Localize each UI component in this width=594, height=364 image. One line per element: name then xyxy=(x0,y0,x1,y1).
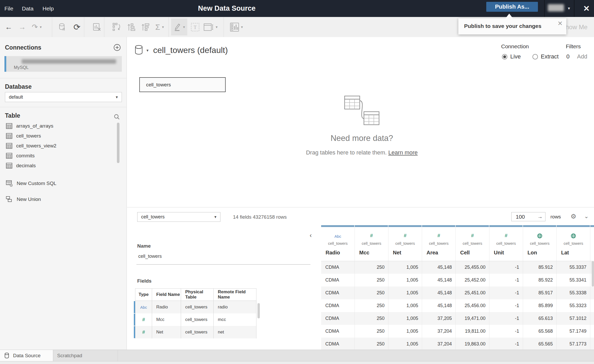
grid-column-header[interactable]: #cell_towersNet xyxy=(388,225,422,261)
learn-more-link[interactable]: Learn more xyxy=(388,149,418,156)
grid-column-header[interactable]: cell_towersLon xyxy=(523,225,557,261)
canvas-table-node[interactable]: cell_towers xyxy=(139,77,226,92)
tab-scratchpad-label: Scratchpad xyxy=(57,353,82,359)
grid-data-row[interactable]: CDMA2501,00545,14825,456.00-185.89955.33… xyxy=(321,299,594,312)
tableau-data-source-window: File Data Help New Data Source Publish A… xyxy=(0,0,594,364)
grid-vertical-scrollbar[interactable] xyxy=(592,261,594,287)
grid-cell-partial xyxy=(590,287,594,299)
svg-text:T: T xyxy=(194,25,197,30)
live-radio[interactable]: Live xyxy=(502,53,521,60)
database-select-value: default xyxy=(9,94,23,100)
grid-cell: 37,204 xyxy=(422,338,456,350)
fields-table-scrollbar[interactable] xyxy=(257,303,260,318)
grid-column-header[interactable]: #cell_towersUnit xyxy=(489,225,523,261)
grid-column-header[interactable]: #cell_towersMcc xyxy=(355,225,388,261)
menu-data[interactable]: Data xyxy=(22,0,33,17)
fields-panel: ‹ Name cell_towers Fields TypeField Name… xyxy=(127,225,321,350)
window-close-button[interactable]: ✕ xyxy=(581,3,592,14)
datasource-db-icon[interactable] xyxy=(134,45,144,56)
grid-data-row[interactable]: CDMA2501,00537,20419,863.00-165.56557.17… xyxy=(321,338,594,350)
filters-add-button[interactable]: Add xyxy=(577,53,587,60)
group-button[interactable] xyxy=(110,17,124,37)
data-source-refresh-icon[interactable] xyxy=(56,17,68,37)
remote-field-cell: radio xyxy=(214,301,256,313)
show-me-button[interactable]: ▼ xyxy=(227,17,246,37)
sidebar-table-item[interactable]: arrays_of_arrays xyxy=(0,121,115,131)
grid-data-row[interactable]: CDMA2501,00545,14825,452.00-185.92255.33… xyxy=(321,274,594,287)
grid-column-header[interactable]: cell_towersLat xyxy=(557,225,590,261)
highlight-button[interactable]: ▼ xyxy=(172,17,187,37)
connection-item[interactable]: MySQL xyxy=(4,56,122,72)
sort-descending-button[interactable] xyxy=(138,17,152,37)
name-value-input[interactable]: cell_towers xyxy=(138,254,162,259)
sidebar-table-item[interactable]: cell_towers_view2 xyxy=(0,141,115,151)
user-avatar[interactable] xyxy=(548,4,564,11)
fields-label: Fields xyxy=(137,278,152,284)
table-item-label: cell_towers xyxy=(16,133,41,139)
grid-column-header[interactable]: Abccell_towersRadio xyxy=(321,225,355,261)
physical-table-cell: cell_towers xyxy=(181,313,214,326)
row-count-input[interactable]: 100 → xyxy=(511,212,545,221)
grid-cell: 1,005 xyxy=(388,261,422,274)
radio-selected-icon xyxy=(502,54,507,59)
connection-section-label: Connection xyxy=(501,43,529,50)
fields-table-row[interactable]: #Mcccell_towersmcc xyxy=(135,313,256,326)
collapse-panel-button[interactable]: ‹ xyxy=(310,232,312,239)
undo-button[interactable]: ← xyxy=(3,17,15,37)
fields-table-row[interactable]: AbcRadiocell_towersradio xyxy=(135,301,256,313)
new-union-button[interactable]: New Union xyxy=(0,194,115,204)
user-menu-caret-icon[interactable]: ▼ xyxy=(567,6,571,10)
field-type-cell: Abc xyxy=(135,301,152,313)
gear-icon[interactable]: ⚙ xyxy=(571,213,576,220)
grid-data-row[interactable]: CDMA2501,00545,14825,455.00-185.91255.33… xyxy=(321,261,594,274)
redo-button[interactable]: → xyxy=(16,17,28,37)
grid-data-row[interactable]: CDMA2501,00537,20519,471.00-165.61357.10… xyxy=(321,312,594,325)
grid-table-select[interactable]: cell_towers ▼ xyxy=(137,212,220,222)
sidebar: Connections MySQL Database default ▼ Tab… xyxy=(0,37,127,350)
tooltip-close-icon[interactable]: ✕ xyxy=(557,20,563,27)
table-list-scrollbar[interactable] xyxy=(117,123,119,163)
empty-state-title: Need more data? xyxy=(294,134,430,143)
menu-help[interactable]: Help xyxy=(43,0,54,17)
datasource-caret-icon[interactable]: ▼ xyxy=(146,49,149,52)
refresh-button[interactable]: ⟳ xyxy=(70,17,83,37)
tab-scratchpad[interactable]: Scratchpad xyxy=(53,350,118,361)
new-custom-sql-button[interactable]: New Custom SQL xyxy=(0,178,115,188)
table-item-label: cell_towers_view2 xyxy=(16,143,56,149)
bottom-strip xyxy=(0,361,594,364)
tab-data-source[interactable]: Data Source xyxy=(0,350,53,361)
search-icon[interactable] xyxy=(113,114,120,121)
fit-layout-button[interactable]: ▼ xyxy=(202,17,219,37)
database-select[interactable]: default ▼ xyxy=(5,92,122,102)
grid-data-row[interactable]: CDMA2501,00537,20419,811.00-165.56857.17… xyxy=(321,325,594,338)
grid-column-header[interactable]: #cell_towersArea xyxy=(422,225,456,261)
fields-column-header: Type xyxy=(135,288,152,301)
column-name: Lon xyxy=(527,250,556,256)
grid-column-header[interactable]: #cell_towersCell xyxy=(456,225,489,261)
replay-button[interactable]: ↷▼ xyxy=(29,17,45,37)
apply-rows-icon[interactable]: → xyxy=(537,214,543,220)
name-input-underline xyxy=(136,264,310,265)
table-icon xyxy=(6,133,12,139)
clear-chart-button[interactable] xyxy=(90,17,104,37)
column-header-bar xyxy=(489,225,523,227)
add-connection-button[interactable] xyxy=(113,44,121,52)
fields-table-row[interactable]: #Netcell_towersnet xyxy=(135,326,256,338)
grid-cell: 55.3341 xyxy=(557,274,590,287)
column-name: Lat xyxy=(561,250,590,256)
menu-file[interactable]: File xyxy=(4,0,13,17)
sort-ascending-button[interactable] xyxy=(124,17,138,37)
grid-cell: 45,148 xyxy=(422,274,456,287)
extract-radio[interactable]: Extract xyxy=(532,53,559,60)
sidebar-table-item[interactable]: cell_towers xyxy=(0,131,115,141)
chevron-down-icon[interactable]: ⌄ xyxy=(584,213,589,219)
totals-button[interactable]: Σ▼ xyxy=(152,17,168,37)
column-header-bar xyxy=(422,225,455,227)
text-label-button[interactable]: T xyxy=(188,17,202,37)
grid-data-row[interactable]: CDMA2501,00545,14825,451.00-185.91755.33… xyxy=(321,287,594,299)
grid-cell: 65.568 xyxy=(523,325,557,338)
sidebar-table-item[interactable]: commits xyxy=(0,151,115,161)
publish-as-button[interactable]: Publish As... xyxy=(486,2,538,12)
tab-data-source-label: Data Source xyxy=(13,353,41,359)
sidebar-table-item[interactable]: decimals xyxy=(0,161,115,171)
